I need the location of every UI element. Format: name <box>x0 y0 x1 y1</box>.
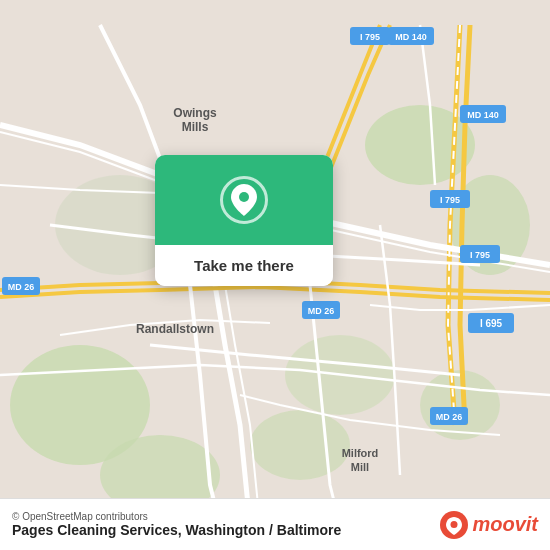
svg-text:Mill: Mill <box>351 461 369 473</box>
svg-text:Mills: Mills <box>182 120 209 134</box>
location-pin-circle <box>220 176 268 224</box>
svg-point-34 <box>451 521 458 528</box>
location-title: Pages Cleaning Services, Washington / Ba… <box>12 522 341 538</box>
svg-text:I 795: I 795 <box>440 195 460 205</box>
svg-text:I 795: I 795 <box>360 32 380 42</box>
take-me-there-button[interactable]: Take me there <box>155 245 333 286</box>
bottom-left-info: © OpenStreetMap contributors Pages Clean… <box>12 511 341 538</box>
svg-text:MD 140: MD 140 <box>467 110 499 120</box>
card-header <box>155 155 333 245</box>
svg-text:I 695: I 695 <box>480 318 503 329</box>
svg-text:MD 26: MD 26 <box>308 306 335 316</box>
moovit-logo: moovit <box>440 511 538 539</box>
moovit-text: moovit <box>472 513 538 536</box>
svg-point-4 <box>365 105 475 185</box>
svg-text:Randallstown: Randallstown <box>136 322 214 336</box>
svg-text:MD 140: MD 140 <box>395 32 427 42</box>
copyright-text: © OpenStreetMap contributors <box>12 511 341 522</box>
moovit-icon <box>440 511 468 539</box>
pin-icon <box>231 184 257 216</box>
svg-point-32 <box>239 192 249 202</box>
svg-text:Owings: Owings <box>173 106 217 120</box>
svg-text:MD 26: MD 26 <box>8 282 35 292</box>
svg-text:MD 26: MD 26 <box>436 412 463 422</box>
svg-point-3 <box>250 410 350 480</box>
bottom-bar: © OpenStreetMap contributors Pages Clean… <box>0 498 550 550</box>
map-container: I 695 I 795 I 795 I 795 MD 140 MD 140 MD… <box>0 0 550 550</box>
svg-text:I 795: I 795 <box>470 250 490 260</box>
svg-text:Milford: Milford <box>342 447 379 459</box>
navigation-card: Take me there <box>155 155 333 286</box>
